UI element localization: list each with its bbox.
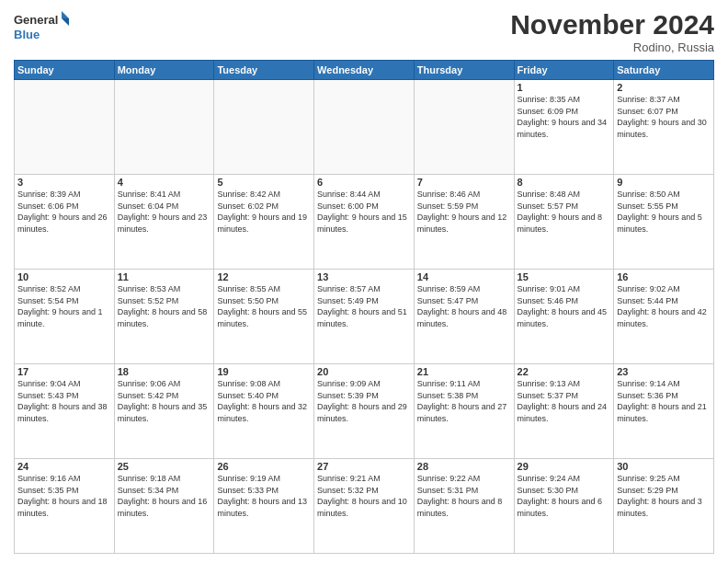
calendar-table: SundayMondayTuesdayWednesdayThursdayFrid… (14, 60, 714, 554)
day-info: Sunrise: 9:06 AMSunset: 5:42 PMDaylight:… (118, 378, 211, 424)
svg-text:Blue: Blue (14, 28, 40, 41)
calendar-week-row: 10Sunrise: 8:52 AMSunset: 5:54 PMDayligh… (15, 270, 714, 364)
day-info: Sunrise: 9:21 AMSunset: 5:32 PMDaylight:… (317, 473, 411, 519)
calendar-cell: 23Sunrise: 9:14 AMSunset: 5:36 PMDayligh… (614, 364, 714, 459)
day-info: Sunrise: 8:53 AMSunset: 5:52 PMDaylight:… (118, 283, 211, 329)
day-number: 16 (617, 271, 711, 282)
title-block: November 2024 Rodino, Russia (510, 9, 714, 54)
calendar-week-row: 1Sunrise: 8:35 AMSunset: 6:09 PMDaylight… (15, 80, 714, 175)
day-number: 25 (118, 461, 211, 472)
day-info: Sunrise: 9:08 AMSunset: 5:40 PMDaylight:… (217, 378, 311, 424)
calendar-cell: 9Sunrise: 8:50 AMSunset: 5:55 PMDaylight… (614, 175, 714, 270)
calendar-cell: 26Sunrise: 9:19 AMSunset: 5:33 PMDayligh… (214, 459, 314, 554)
calendar-cell: 29Sunrise: 9:24 AMSunset: 5:30 PMDayligh… (514, 459, 614, 554)
calendar-week-row: 17Sunrise: 9:04 AMSunset: 5:43 PMDayligh… (15, 364, 714, 459)
svg-marker-3 (62, 18, 69, 26)
calendar-cell: 11Sunrise: 8:53 AMSunset: 5:52 PMDayligh… (114, 270, 214, 364)
day-info: Sunrise: 8:44 AMSunset: 6:00 PMDaylight:… (317, 189, 411, 235)
calendar-week-row: 3Sunrise: 8:39 AMSunset: 6:06 PMDaylight… (15, 175, 714, 270)
day-info: Sunrise: 8:39 AMSunset: 6:06 PMDaylight:… (17, 189, 111, 235)
day-number: 15 (518, 271, 611, 282)
calendar-day-header: Friday (514, 61, 614, 80)
day-info: Sunrise: 9:01 AMSunset: 5:46 PMDaylight:… (518, 283, 611, 329)
day-number: 8 (518, 177, 611, 188)
day-number: 6 (317, 177, 411, 188)
calendar-cell (114, 80, 214, 175)
calendar-cell (314, 80, 415, 175)
calendar-cell: 15Sunrise: 9:01 AMSunset: 5:46 PMDayligh… (514, 270, 614, 364)
calendar-cell: 3Sunrise: 8:39 AMSunset: 6:06 PMDaylight… (15, 175, 115, 270)
day-number: 17 (17, 366, 111, 377)
calendar-cell: 13Sunrise: 8:57 AMSunset: 5:49 PMDayligh… (314, 270, 415, 364)
calendar-cell: 22Sunrise: 9:13 AMSunset: 5:37 PMDayligh… (514, 364, 614, 459)
day-number: 19 (217, 366, 311, 377)
calendar-cell: 5Sunrise: 8:42 AMSunset: 6:02 PMDaylight… (214, 175, 314, 270)
day-info: Sunrise: 8:46 AMSunset: 5:59 PMDaylight:… (417, 189, 511, 235)
month-title: November 2024 (510, 9, 714, 40)
day-info: Sunrise: 9:04 AMSunset: 5:43 PMDaylight:… (17, 378, 111, 424)
day-info: Sunrise: 9:25 AMSunset: 5:29 PMDaylight:… (617, 473, 711, 519)
calendar-cell: 12Sunrise: 8:55 AMSunset: 5:50 PMDayligh… (214, 270, 314, 364)
day-number: 28 (417, 461, 511, 472)
day-info: Sunrise: 8:42 AMSunset: 6:02 PMDaylight:… (217, 189, 311, 235)
day-info: Sunrise: 9:02 AMSunset: 5:44 PMDaylight:… (617, 283, 711, 329)
calendar-cell: 20Sunrise: 9:09 AMSunset: 5:39 PMDayligh… (314, 364, 415, 459)
day-number: 24 (17, 461, 111, 472)
calendar-cell: 19Sunrise: 9:08 AMSunset: 5:40 PMDayligh… (214, 364, 314, 459)
day-number: 3 (17, 177, 111, 188)
calendar-day-header: Wednesday (314, 61, 415, 80)
day-info: Sunrise: 9:09 AMSunset: 5:39 PMDaylight:… (317, 378, 411, 424)
calendar-cell: 27Sunrise: 9:21 AMSunset: 5:32 PMDayligh… (314, 459, 415, 554)
calendar-day-header: Saturday (614, 61, 714, 80)
day-info: Sunrise: 8:48 AMSunset: 5:57 PMDaylight:… (518, 189, 611, 235)
day-number: 7 (417, 177, 511, 188)
day-info: Sunrise: 8:55 AMSunset: 5:50 PMDaylight:… (217, 283, 311, 329)
calendar-cell: 14Sunrise: 8:59 AMSunset: 5:47 PMDayligh… (414, 270, 514, 364)
calendar-cell: 25Sunrise: 9:18 AMSunset: 5:34 PMDayligh… (114, 459, 214, 554)
calendar-cell: 24Sunrise: 9:16 AMSunset: 5:35 PMDayligh… (15, 459, 115, 554)
calendar-cell: 10Sunrise: 8:52 AMSunset: 5:54 PMDayligh… (15, 270, 115, 364)
day-info: Sunrise: 8:57 AMSunset: 5:49 PMDaylight:… (317, 283, 411, 329)
svg-text:General: General (14, 13, 58, 27)
calendar-cell: 6Sunrise: 8:44 AMSunset: 6:00 PMDaylight… (314, 175, 415, 270)
calendar-cell: 30Sunrise: 9:25 AMSunset: 5:29 PMDayligh… (614, 459, 714, 554)
day-info: Sunrise: 9:13 AMSunset: 5:37 PMDaylight:… (518, 378, 611, 424)
day-info: Sunrise: 9:19 AMSunset: 5:33 PMDaylight:… (217, 473, 311, 519)
day-number: 10 (17, 271, 111, 282)
day-info: Sunrise: 8:59 AMSunset: 5:47 PMDaylight:… (417, 283, 511, 329)
day-number: 13 (317, 271, 411, 282)
calendar-day-header: Monday (114, 61, 214, 80)
calendar-cell: 8Sunrise: 8:48 AMSunset: 5:57 PMDaylight… (514, 175, 614, 270)
calendar-cell (15, 80, 115, 175)
day-number: 14 (417, 271, 511, 282)
day-number: 26 (217, 461, 311, 472)
location: Rodino, Russia (510, 40, 714, 54)
logo-svg: General Blue (14, 9, 69, 46)
day-info: Sunrise: 9:11 AMSunset: 5:38 PMDaylight:… (417, 378, 511, 424)
svg-marker-2 (62, 11, 69, 18)
calendar-header-row: SundayMondayTuesdayWednesdayThursdayFrid… (15, 61, 714, 80)
day-info: Sunrise: 8:37 AMSunset: 6:07 PMDaylight:… (617, 94, 711, 140)
day-number: 1 (518, 82, 611, 93)
calendar-cell (414, 80, 514, 175)
day-number: 12 (217, 271, 311, 282)
day-number: 29 (518, 461, 611, 472)
calendar-day-header: Sunday (15, 61, 115, 80)
day-info: Sunrise: 8:50 AMSunset: 5:55 PMDaylight:… (617, 189, 711, 235)
calendar-cell: 28Sunrise: 9:22 AMSunset: 5:31 PMDayligh… (414, 459, 514, 554)
day-number: 21 (417, 366, 511, 377)
day-info: Sunrise: 9:16 AMSunset: 5:35 PMDaylight:… (17, 473, 111, 519)
calendar-cell: 21Sunrise: 9:11 AMSunset: 5:38 PMDayligh… (414, 364, 514, 459)
day-number: 20 (317, 366, 411, 377)
day-info: Sunrise: 8:41 AMSunset: 6:04 PMDaylight:… (118, 189, 211, 235)
calendar-cell (214, 80, 314, 175)
day-number: 22 (518, 366, 611, 377)
calendar-cell: 18Sunrise: 9:06 AMSunset: 5:42 PMDayligh… (114, 364, 214, 459)
day-number: 11 (118, 271, 211, 282)
day-number: 18 (118, 366, 211, 377)
calendar-cell: 16Sunrise: 9:02 AMSunset: 5:44 PMDayligh… (614, 270, 714, 364)
calendar-day-header: Thursday (414, 61, 514, 80)
calendar-cell: 2Sunrise: 8:37 AMSunset: 6:07 PMDaylight… (614, 80, 714, 175)
calendar-week-row: 24Sunrise: 9:16 AMSunset: 5:35 PMDayligh… (15, 459, 714, 554)
day-number: 4 (118, 177, 211, 188)
